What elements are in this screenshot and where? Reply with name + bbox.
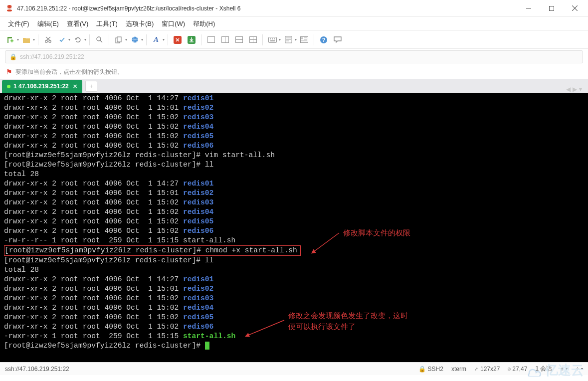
tab-menu-icon[interactable]: ▾ — [579, 86, 582, 93]
dropdown-icon[interactable]: ▾ — [17, 37, 19, 42]
close-button[interactable] — [563, 0, 586, 17]
layout4-button[interactable] — [246, 33, 259, 46]
script-button[interactable] — [282, 33, 295, 46]
dropdown-icon[interactable]: ▾ — [33, 37, 35, 42]
lock-icon: 🔒 — [418, 366, 426, 373]
titlebar: 47.106.219.251:22 - root@izwz9ef5sjam9pv… — [0, 0, 588, 17]
cut-button[interactable] — [41, 33, 54, 46]
svg-point-0 — [7, 9, 12, 11]
dropdown-icon[interactable]: ▾ — [163, 37, 165, 42]
tab-session-1[interactable]: 1 47.106.219.251:22 ✕ — [2, 80, 82, 93]
svg-point-9 — [97, 37, 101, 41]
svg-rect-35 — [304, 37, 307, 38]
svg-rect-14 — [174, 36, 182, 44]
tab-next-icon[interactable]: ▶ — [573, 86, 577, 93]
refresh-button[interactable] — [71, 33, 84, 46]
view-button[interactable] — [298, 33, 311, 46]
svg-rect-26 — [272, 38, 273, 39]
dropdown-icon[interactable]: ▾ — [84, 37, 86, 42]
new-session-button[interactable] — [4, 33, 17, 46]
dropdown-icon[interactable]: ▾ — [279, 37, 281, 42]
svg-line-8 — [46, 37, 50, 40]
keyboard-button[interactable] — [266, 33, 279, 46]
add-tab-button[interactable]: + — [85, 81, 97, 92]
copy-button[interactable] — [112, 33, 125, 46]
svg-rect-16 — [207, 37, 214, 43]
dropdown-icon[interactable]: ▾ — [141, 37, 143, 42]
xftp-button[interactable] — [185, 33, 198, 46]
svg-line-7 — [46, 37, 50, 40]
toolbar: ▾ ▾ ▾ ▾ ▾ ▾ A ▾ ▾ ▾ ? — [0, 31, 588, 49]
layout2-button[interactable] — [218, 33, 231, 46]
svg-rect-24 — [268, 37, 276, 42]
lock-icon: 🔒 — [9, 53, 17, 60]
svg-rect-28 — [270, 40, 275, 41]
svg-point-6 — [48, 40, 50, 42]
menu-file[interactable]: 文件(F) — [8, 19, 29, 28]
dropdown-icon[interactable]: ▾ — [295, 37, 297, 42]
svg-rect-25 — [270, 38, 271, 39]
minimize-button[interactable] — [517, 0, 540, 17]
tab-close-icon[interactable]: ✕ — [73, 83, 77, 90]
svg-rect-2 — [550, 6, 554, 10]
tab-label: 1 47.106.219.251:22 — [13, 83, 69, 90]
chat-button[interactable] — [331, 33, 344, 46]
maximize-button[interactable] — [540, 0, 563, 17]
hint-bar: ⚑ 要添加当前会话，点击左侧的箭头按钮。 — [0, 65, 588, 79]
svg-rect-27 — [274, 38, 275, 39]
flag-icon: ⚑ — [6, 68, 12, 76]
tab-nav: ◀ ▶ ▾ — [562, 86, 586, 93]
address-input[interactable]: 🔒 ssh://47.106.219.251:22 — [5, 50, 583, 63]
menu-window[interactable]: 窗口(W) — [162, 19, 185, 28]
svg-text:?: ? — [322, 37, 326, 43]
menu-edit[interactable]: 编辑(E) — [37, 19, 59, 28]
statusbar: ssh://47.106.219.251:22 🔒SSH2 xterm ⤢127… — [0, 362, 588, 375]
svg-line-10 — [100, 40, 102, 42]
open-button[interactable] — [20, 33, 33, 46]
tab-bar: 1 47.106.219.251:22 ✕ + ◀ ▶ ▾ — [0, 79, 588, 93]
tab-prev-icon[interactable]: ◀ — [566, 86, 571, 93]
watermark: 亿速云 — [524, 362, 584, 379]
status-ssh: 🔒SSH2 — [418, 366, 443, 373]
svg-rect-36 — [304, 39, 307, 40]
dropdown-icon[interactable]: ▾ — [125, 37, 127, 42]
svg-rect-34 — [301, 37, 303, 39]
menu-help[interactable]: 帮助(H) — [193, 19, 215, 28]
layout3-button[interactable] — [232, 33, 245, 46]
app-icon — [5, 4, 14, 13]
terminal-container: drwxr-xr-x 2 root root 4096 Oct 1 14:27 … — [0, 93, 588, 362]
address-text: ssh://47.106.219.251:22 — [20, 53, 84, 60]
status-size: ⤢127x27 — [474, 366, 500, 373]
window-title: 47.106.219.251:22 - root@izwz9ef5sjam9pv… — [17, 5, 517, 12]
menu-view[interactable]: 查看(V) — [67, 19, 88, 28]
globe-button[interactable] — [128, 33, 141, 46]
search-button[interactable] — [93, 33, 106, 46]
layout1-button[interactable] — [204, 33, 217, 46]
menubar: 文件(F) 编辑(E) 查看(V) 工具(T) 选项卡(B) 窗口(W) 帮助(… — [0, 17, 588, 31]
tab-status-icon — [7, 85, 10, 88]
window-controls — [517, 0, 586, 17]
status-left: ssh://47.106.219.251:22 — [5, 366, 69, 373]
menu-tools[interactable]: 工具(T) — [96, 19, 118, 28]
terminal[interactable]: drwxr-xr-x 2 root root 4096 Oct 1 14:27 … — [0, 93, 588, 362]
status-term: xterm — [451, 366, 466, 373]
menu-tabs[interactable]: 选项卡(B) — [126, 19, 154, 28]
font-button[interactable]: A — [150, 33, 163, 46]
connect-button[interactable] — [55, 33, 68, 46]
xagent-button[interactable] — [171, 33, 184, 46]
dropdown-icon[interactable]: ▾ — [68, 37, 70, 42]
hint-text: 要添加当前会话，点击左侧的箭头按钮。 — [15, 68, 123, 76]
addressbar: 🔒 ssh://47.106.219.251:22 — [0, 49, 588, 65]
svg-point-5 — [45, 40, 47, 42]
svg-rect-37 — [301, 40, 307, 41]
svg-rect-12 — [117, 37, 121, 42]
help-button[interactable]: ? — [317, 33, 330, 46]
